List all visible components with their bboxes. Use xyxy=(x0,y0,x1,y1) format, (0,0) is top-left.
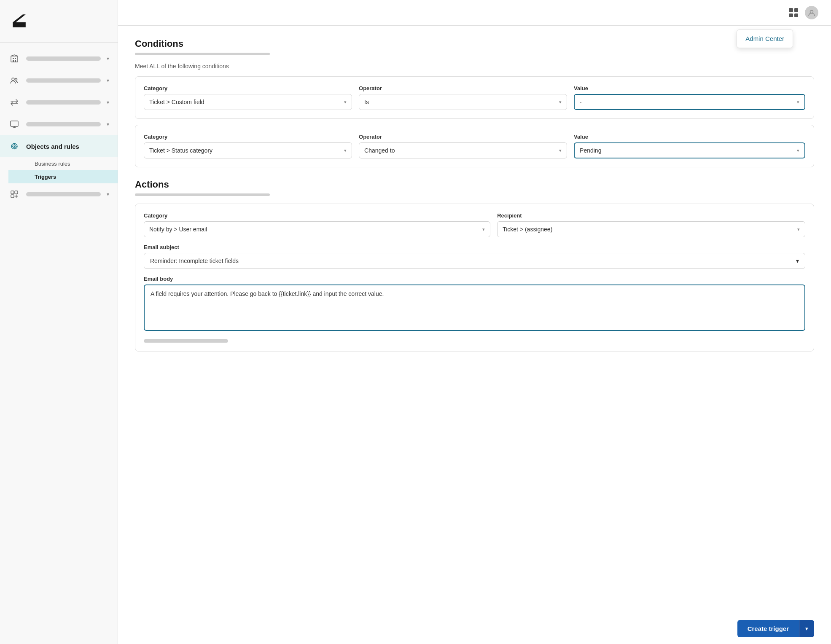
condition-1-value-value: - xyxy=(580,99,582,105)
condition-1-category-select[interactable]: Ticket > Custom field ▾ xyxy=(144,94,352,110)
condition-1-operator-select[interactable]: Is ▾ xyxy=(359,94,567,110)
condition-2-value-label: Value xyxy=(574,134,805,140)
nav-label-bar xyxy=(26,100,101,105)
create-trigger-dropdown-button[interactable]: ▾ xyxy=(799,620,814,637)
condition-1-value-group: Value - ▾ xyxy=(574,85,805,110)
condition-1-value-select[interactable]: - ▾ xyxy=(574,94,805,110)
condition-2-operator-group: Operator Changed to ▾ xyxy=(359,134,567,158)
chevron-down-icon: ▾ xyxy=(344,99,347,105)
chevron-down-icon: ▾ xyxy=(107,99,109,105)
svg-point-6 xyxy=(12,78,14,80)
nav-label-bar xyxy=(26,122,101,126)
sidebar-item-buildings[interactable]: ▾ xyxy=(0,48,118,70)
condition-2-value-value: Pending xyxy=(580,147,601,154)
sidebar-item-apps[interactable]: ▾ xyxy=(0,183,118,205)
conditions-bar xyxy=(135,53,270,55)
sub-nav-objects-rules: Business rules Triggers xyxy=(0,157,118,183)
action-category-select[interactable]: Notify by > User email ▾ xyxy=(144,221,490,237)
chevron-down-icon: ▾ xyxy=(107,121,109,127)
sidebar: ▾ ▾ ▾ xyxy=(0,0,118,644)
create-trigger-button[interactable]: Create trigger xyxy=(737,620,799,637)
chevron-down-icon: ▾ xyxy=(107,56,109,62)
svg-rect-5 xyxy=(15,60,16,62)
actions-bar xyxy=(135,193,270,196)
condition-1-operator-value: Is xyxy=(364,99,369,105)
condition-1-operator-group: Operator Is ▾ xyxy=(359,85,567,110)
admin-center-dropdown: Admin Center xyxy=(737,30,793,48)
action-category-value: Notify by > User email xyxy=(149,226,207,233)
sidebar-item-people[interactable]: ▾ xyxy=(0,70,118,91)
svg-rect-11 xyxy=(15,191,18,194)
chevron-down-icon: ▾ xyxy=(796,258,799,264)
svg-rect-8 xyxy=(11,121,18,126)
monitor-icon xyxy=(8,118,20,130)
chevron-down-icon: ▾ xyxy=(797,227,800,232)
sidebar-nav: ▾ ▾ ▾ xyxy=(0,43,118,644)
footer: Create trigger ▾ xyxy=(118,613,831,644)
nav-label-bar xyxy=(26,56,101,61)
action-recipient-group: Recipient Ticket > (assignee) ▾ xyxy=(497,212,805,237)
email-subject-select[interactable]: Reminder: Incomplete ticket fields ▾ xyxy=(144,253,805,269)
condition-2-value-group: Value Pending ▾ xyxy=(574,134,805,158)
conditions-title: Conditions xyxy=(135,38,814,49)
chevron-down-icon: ▾ xyxy=(107,191,109,197)
condition-1-category-label: Category xyxy=(144,85,352,91)
chevron-down-icon: ▾ xyxy=(805,625,808,632)
sidebar-item-monitor[interactable]: ▾ xyxy=(0,113,118,135)
email-subject-row: Email subject Reminder: Incomplete ticke… xyxy=(144,244,805,269)
condition-1-category-group: Category Ticket > Custom field ▾ xyxy=(144,85,352,110)
email-body-row: Email body xyxy=(144,276,805,333)
email-body-textarea[interactable] xyxy=(144,284,805,331)
sub-nav-item-business-rules[interactable]: Business rules xyxy=(8,157,118,170)
actions-section: Actions Category Notify by > User email … xyxy=(135,179,814,352)
condition-2-value-select[interactable]: Pending ▾ xyxy=(574,142,805,158)
logo-area xyxy=(0,0,118,43)
action-row-1: Category Notify by > User email ▾ Recipi… xyxy=(144,212,805,237)
admin-center-link[interactable]: Admin Center xyxy=(745,35,784,42)
condition-2-category-value: Ticket > Status category xyxy=(149,147,212,154)
action-recipient-label: Recipient xyxy=(497,212,805,219)
sidebar-item-arrows[interactable]: ▾ xyxy=(0,91,118,113)
grid-icon[interactable] xyxy=(787,6,800,19)
svg-point-9 xyxy=(14,146,15,147)
conditions-subtitle: Meet ALL of the following conditions xyxy=(135,63,814,70)
condition-2-operator-select[interactable]: Changed to ▾ xyxy=(359,142,567,158)
action-card-bottom-bar xyxy=(144,339,228,343)
condition-2-operator-label: Operator xyxy=(359,134,567,140)
svg-rect-0 xyxy=(8,10,30,32)
email-subject-label: Email subject xyxy=(144,244,805,250)
chevron-down-icon: ▾ xyxy=(559,148,562,153)
chevron-down-icon: ▾ xyxy=(559,99,562,105)
conditions-section: Conditions Meet ALL of the following con… xyxy=(135,38,814,167)
condition-row-2: Category Ticket > Status category ▾ Oper… xyxy=(135,125,814,167)
topbar: Admin Center xyxy=(118,0,831,26)
nav-label-bar xyxy=(26,78,101,83)
buildings-icon xyxy=(8,53,20,64)
condition-2-operator-value: Changed to xyxy=(364,147,395,154)
svg-rect-2 xyxy=(13,58,14,59)
user-avatar[interactable] xyxy=(805,6,818,19)
objects-rules-icon xyxy=(8,140,20,152)
actions-title: Actions xyxy=(135,179,814,190)
action-card: Category Notify by > User email ▾ Recipi… xyxy=(135,204,814,352)
zendesk-logo xyxy=(8,10,30,32)
condition-1-operator-label: Operator xyxy=(359,85,567,91)
email-body-label: Email body xyxy=(144,276,805,282)
condition-2-category-group: Category Ticket > Status category ▾ xyxy=(144,134,352,158)
chevron-down-icon: ▾ xyxy=(344,148,347,153)
sidebar-item-objects-rules[interactable]: Objects and rules xyxy=(0,135,118,157)
svg-rect-4 xyxy=(13,60,14,62)
arrows-icon xyxy=(8,97,20,108)
chevron-down-icon: ▾ xyxy=(797,99,799,105)
svg-rect-10 xyxy=(11,191,14,194)
page-content: Conditions Meet ALL of the following con… xyxy=(118,26,831,613)
action-category-label: Category xyxy=(144,212,490,219)
action-category-group: Category Notify by > User email ▾ xyxy=(144,212,490,237)
action-recipient-select[interactable]: Ticket > (assignee) ▾ xyxy=(497,221,805,237)
sub-nav-item-triggers[interactable]: Triggers xyxy=(8,170,118,183)
action-recipient-value: Ticket > (assignee) xyxy=(503,226,552,233)
email-subject-value: Reminder: Incomplete ticket fields xyxy=(150,258,239,264)
condition-1-value-label: Value xyxy=(574,85,805,91)
condition-2-category-select[interactable]: Ticket > Status category ▾ xyxy=(144,142,352,158)
people-icon xyxy=(8,75,20,86)
